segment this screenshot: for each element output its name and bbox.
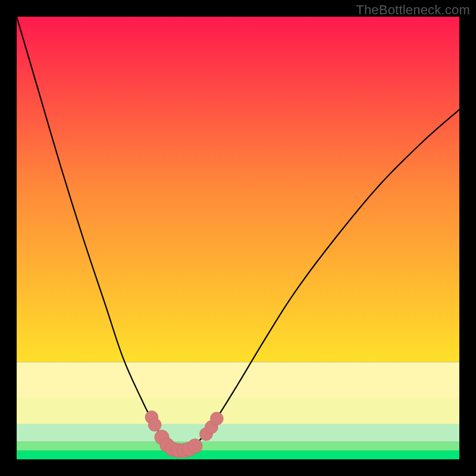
- marker-dot: [160, 438, 174, 452]
- svg-rect-4: [17, 441, 459, 450]
- bottleneck-curve: [17, 17, 459, 450]
- svg-rect-2: [17, 397, 459, 424]
- marker-dot: [199, 428, 212, 441]
- svg-rect-1: [17, 362, 459, 397]
- svg-rect-5: [17, 450, 459, 459]
- marker-dot: [177, 443, 191, 458]
- marker-dot: [171, 443, 185, 458]
- plot-area: [17, 17, 459, 459]
- highlighted-markers: [145, 411, 223, 458]
- chart-svg: [17, 17, 459, 459]
- marker-dot: [182, 442, 196, 456]
- marker-dot: [148, 418, 161, 431]
- marker-dot: [145, 411, 158, 424]
- marker-dot: [210, 412, 223, 425]
- marker-dot: [165, 442, 180, 456]
- svg-rect-3: [17, 424, 459, 441]
- outer-black-frame: TheBottleneck.com: [0, 0, 476, 476]
- marker-dot: [205, 421, 218, 434]
- marker-dot: [188, 439, 202, 453]
- marker-dot: [155, 430, 169, 444]
- svg-rect-0: [17, 17, 459, 362]
- gradient-background: [17, 17, 459, 459]
- attribution-watermark: TheBottleneck.com: [356, 2, 470, 18]
